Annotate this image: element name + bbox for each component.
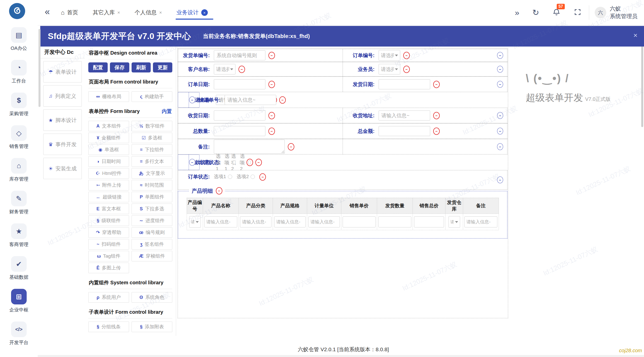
progress-control[interactable]: ∼进度组件 bbox=[132, 215, 172, 226]
remove-row-icon[interactable]: − bbox=[189, 97, 195, 103]
tab-personal-info[interactable]: 个人信息 × bbox=[135, 9, 162, 16]
fullscreen-button[interactable] bbox=[574, 8, 581, 17]
remove-field-icon[interactable]: − bbox=[268, 112, 275, 119]
sidebar-item-workbench[interactable]: ◔ 工作台 bbox=[0, 60, 38, 93]
remove-field-icon[interactable]: − bbox=[433, 81, 440, 88]
configure-button[interactable]: 配置 bbox=[88, 62, 108, 72]
remove-subtable-icon[interactable]: − bbox=[216, 187, 222, 194]
dropdown-control[interactable]: ≡下拉组件 bbox=[132, 144, 172, 155]
system-role-control[interactable]: ʘ系统角色 bbox=[132, 292, 172, 303]
attachment-upload-control[interactable]: ➳附件上传 bbox=[88, 180, 129, 190]
remark-input[interactable] bbox=[464, 216, 497, 227]
builtin-badge[interactable]: 内置 bbox=[162, 108, 172, 115]
total-qty-input[interactable] bbox=[214, 126, 265, 136]
receive-date-input[interactable] bbox=[214, 110, 265, 121]
remove-field-icon[interactable]: − bbox=[403, 66, 410, 73]
close-designer-icon[interactable]: × bbox=[633, 31, 637, 39]
remove-row-icon[interactable]: − bbox=[497, 143, 503, 150]
form-row-status[interactable]: 收款状态: 选项1 选项2 − 出库状态: 选项1 选项2 − − bbox=[178, 154, 199, 170]
notifications-button[interactable]: 57 bbox=[552, 8, 561, 17]
html-control[interactable]: ☪Html控件 bbox=[88, 168, 129, 179]
sidebar-item-inventory[interactable]: ⌂ 库存管理 bbox=[0, 158, 38, 191]
single-image-control[interactable]: P单图组件 bbox=[132, 192, 172, 202]
radio-option[interactable]: 选项1 bbox=[225, 153, 235, 172]
number-control[interactable]: ½数字组件 bbox=[132, 121, 172, 131]
remove-field-icon[interactable]: − bbox=[433, 112, 440, 119]
remark-textarea[interactable] bbox=[214, 140, 285, 154]
refresh-button[interactable]: 刷新 bbox=[132, 62, 151, 72]
update-button[interactable]: 更新 bbox=[153, 62, 172, 72]
group-line-control[interactable]: §分组线条 bbox=[88, 322, 129, 332]
remove-row-icon[interactable]: − bbox=[189, 159, 195, 166]
sidebar-item-devplatform[interactable]: </> 开发平台 bbox=[0, 322, 38, 354]
close-tab-icon[interactable]: × bbox=[159, 10, 162, 15]
scan-code-control[interactable]: ~扫码组件 bbox=[88, 239, 129, 250]
drill-help-control[interactable]: ↷穿透帮助 bbox=[88, 227, 129, 238]
sidebar-item-sales[interactable]: ◇ 销售管理 bbox=[0, 125, 38, 158]
refresh-icon[interactable]: ↻ bbox=[532, 9, 539, 17]
avatar[interactable]: 六 bbox=[595, 7, 606, 18]
install-generate-button[interactable]: ☀ 安装生成 bbox=[43, 158, 82, 179]
multiline-text-control[interactable]: =多行文本 bbox=[132, 156, 172, 167]
event-dev-button[interactable]: ♛ 事件开发 bbox=[43, 134, 82, 155]
ship-date-input[interactable] bbox=[379, 79, 430, 89]
save-button[interactable]: 保存 bbox=[110, 62, 129, 72]
order-date-input[interactable] bbox=[214, 79, 265, 89]
signature-control[interactable]: ʒ签名组件 bbox=[132, 239, 172, 250]
multi-select-control[interactable]: S下拉多选 bbox=[132, 204, 172, 214]
remove-row-icon[interactable]: − bbox=[497, 177, 503, 183]
grid-layout-control[interactable]: ↭ 栅格布局 bbox=[88, 91, 129, 102]
tag-control[interactable]: ωTag组件 bbox=[88, 251, 129, 261]
build-assistant-control[interactable]: ς 构建助手 bbox=[132, 91, 172, 102]
radio-circle-icon[interactable] bbox=[251, 175, 255, 179]
shipment-no-input[interactable] bbox=[214, 50, 265, 60]
remove-field-icon[interactable]: − bbox=[288, 143, 294, 150]
system-user-control[interactable]: ρ系统用户 bbox=[88, 292, 129, 303]
text-display-control[interactable]: あ文字显示 bbox=[132, 168, 172, 179]
user-info[interactable]: 六蚁 系统管理员 bbox=[610, 5, 637, 20]
total-price-input[interactable] bbox=[414, 216, 444, 227]
salesman-select[interactable]: 请选择 bbox=[379, 64, 400, 74]
remove-row-icon[interactable]: − bbox=[497, 112, 503, 119]
remove-row-icon[interactable]: − bbox=[497, 52, 503, 59]
unit-input[interactable] bbox=[308, 216, 340, 227]
unit-price-input[interactable] bbox=[343, 216, 376, 227]
product-spec-input[interactable] bbox=[274, 216, 306, 227]
remove-field-icon[interactable]: − bbox=[268, 52, 275, 59]
hyperlink-control[interactable]: ↔超级链接 bbox=[88, 192, 129, 202]
radio-circle-icon[interactable] bbox=[248, 160, 251, 165]
customer-select[interactable]: 请选择 bbox=[214, 64, 235, 74]
form-row-shipment-order[interactable]: 发货单编号: − 订单编号: 请选择 − − bbox=[178, 49, 507, 62]
expand-icon[interactable]: » bbox=[515, 9, 519, 17]
datetime-control[interactable]: ◑日期时间 bbox=[88, 156, 129, 167]
remove-row-icon[interactable]: − bbox=[497, 81, 503, 88]
remove-row-icon[interactable]: − bbox=[497, 66, 503, 73]
sidebar-item-basedata[interactable]: ✔ 基础数据 bbox=[0, 256, 38, 289]
remove-field-icon[interactable]: − bbox=[433, 128, 440, 135]
cascade-control[interactable]: §级联组件 bbox=[88, 215, 129, 226]
checkbox-control[interactable]: ☑多选框 bbox=[132, 133, 172, 143]
time-range-control[interactable]: ≈时间范围 bbox=[132, 180, 172, 190]
sidebar-item-finance[interactable]: ✎ 财务管理 bbox=[0, 191, 38, 223]
sidebar-item-oa[interactable]: ▤ OA办公 bbox=[0, 27, 38, 60]
radio-circle-icon[interactable] bbox=[233, 160, 235, 165]
total-amount-input[interactable] bbox=[379, 126, 430, 136]
form-row-order-status[interactable]: 订单状态: 选项1 选项2 − − bbox=[178, 170, 507, 190]
close-tab-icon[interactable]: × bbox=[201, 9, 208, 16]
form-row-receive[interactable]: 收货日期: − 收货地址: − − bbox=[178, 108, 507, 123]
amount-control[interactable]: ¥金额组件 bbox=[88, 133, 129, 143]
form-row-remark[interactable]: 备注: − − bbox=[178, 139, 507, 154]
form-design-button[interactable]: ☂ 表单设计 bbox=[43, 61, 82, 83]
remove-field-icon[interactable]: − bbox=[268, 128, 275, 135]
sidebar-item-enterprise-hub[interactable]: ⊞ 企业中枢 bbox=[0, 289, 38, 322]
multi-image-upload-control[interactable]: Ê多图上传 bbox=[88, 263, 129, 273]
product-detail-section[interactable]: 产品明细 − 产品编号 产品名称 产品分类 产品规格 计量单位 销售单价 发货数… bbox=[178, 191, 507, 239]
list-definition-button[interactable]: ♫ 列表定义 bbox=[43, 85, 82, 107]
form-row-totals[interactable]: 总数量: − 总金额: − − bbox=[178, 123, 507, 139]
remove-field-icon[interactable]: − bbox=[279, 96, 286, 104]
radio-control[interactable]: ◉单选框 bbox=[88, 144, 129, 155]
form-row-customer-salesman[interactable]: 客户名称: 请选择 − 业务员: 请选择 − − bbox=[178, 62, 507, 76]
warehouse-select[interactable]: 请选择 bbox=[449, 216, 460, 228]
radio-option[interactable]: 选项2 bbox=[240, 153, 251, 172]
receive-address-input[interactable] bbox=[379, 110, 430, 121]
